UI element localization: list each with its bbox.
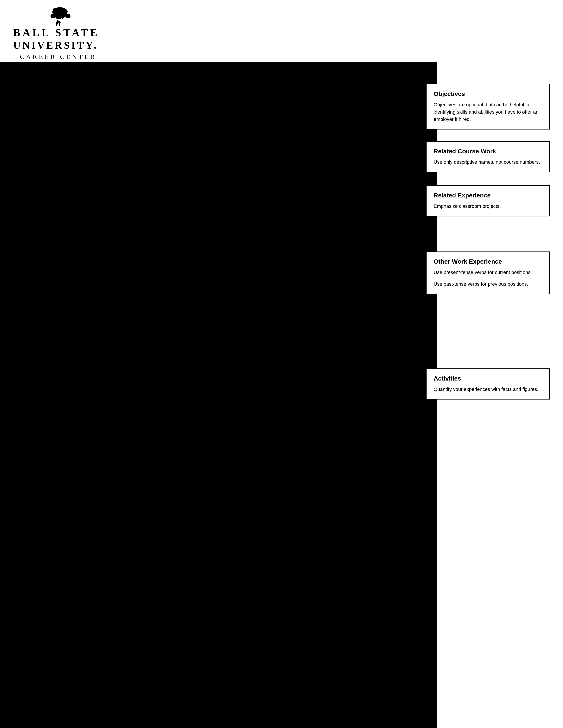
coursework-text: Use only descriptive names, not course n… xyxy=(434,158,542,166)
main-black-area xyxy=(0,62,437,728)
objectives-text: Objectives are optional, but can be help… xyxy=(434,101,542,123)
logo-line3: CAREER CENTER xyxy=(20,53,119,60)
annotation-experience: Related Experience Emphasize classroom p… xyxy=(426,185,550,216)
annotation-other-work: Other Work Experience Use present-tense … xyxy=(426,251,550,294)
objectives-title: Objectives xyxy=(434,90,542,98)
annotation-activities: Activities Quantify your experiences wit… xyxy=(426,368,550,400)
other-work-title: Other Work Experience xyxy=(434,258,542,265)
activities-text: Quantify your experiences with facts and… xyxy=(434,386,542,393)
annotation-coursework: Related Course Work Use only descriptive… xyxy=(426,141,550,172)
logo-area: BALL STATE UNIVERSITY. CAREER CENTER xyxy=(13,9,119,57)
experience-text: Emphasize classroom projects. xyxy=(434,203,542,210)
annotation-objectives: Objectives Objectives are optional, but … xyxy=(426,84,550,129)
experience-title: Related Experience xyxy=(434,192,542,199)
coursework-title: Related Course Work xyxy=(434,148,542,155)
other-work-text2: Use past-tense verbs for previous positi… xyxy=(434,280,542,288)
logo-line2: UNIVERSITY. xyxy=(13,39,119,51)
logo-line1: BALL STATE xyxy=(13,26,99,39)
other-work-text1: Use present-tense verbs for current posi… xyxy=(434,269,542,276)
activities-title: Activities xyxy=(434,375,542,382)
page: BALL STATE UNIVERSITY. CAREER CENTER Obj… xyxy=(0,0,563,728)
logo-text-block: BALL STATE UNIVERSITY. CAREER CENTER xyxy=(13,26,119,60)
